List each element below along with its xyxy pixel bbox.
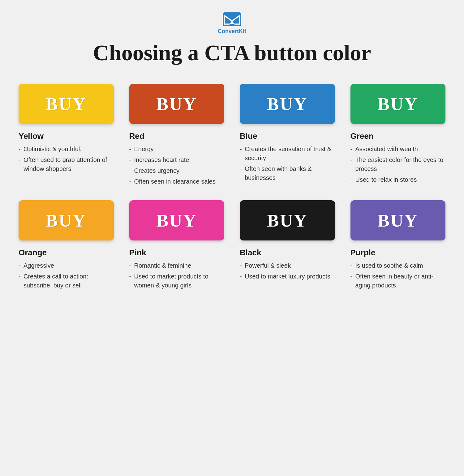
color-name-blue: Blue xyxy=(240,131,335,141)
page-title: Choosing a CTA button color xyxy=(93,41,371,65)
list-item: Creates urgency xyxy=(129,166,225,175)
color-traits-pink: Romantic & feminineUsed to market produc… xyxy=(129,261,225,292)
color-card-blue: BUYBlueCreates the sensation of trust & … xyxy=(240,84,335,188)
list-item: Often seen in clearance sales xyxy=(129,177,225,186)
color-name-red: Red xyxy=(129,131,225,141)
color-name-orange: Orange xyxy=(19,248,114,257)
list-item: Powerful & sleek xyxy=(240,261,335,270)
list-item: Often seen in beauty or anti-aging produ… xyxy=(350,272,446,290)
list-item: Romantic & feminine xyxy=(129,261,225,270)
list-item: Optimistic & youthful. xyxy=(19,145,114,154)
list-item: Increases heart rate xyxy=(129,155,225,164)
buy-button-black[interactable]: BUY xyxy=(240,200,335,240)
color-card-purple: BUYPurpleIs used to soothe & calmOften s… xyxy=(350,200,446,292)
list-item: Used to market luxury products xyxy=(240,272,335,281)
list-item: Creates a call to action: subscribe, buy… xyxy=(19,272,114,290)
logo-area: ConvertKit xyxy=(218,12,246,35)
color-traits-green: Associated with wealthThe easiest color … xyxy=(350,145,446,186)
color-card-green: BUYGreenAssociated with wealthThe easies… xyxy=(350,84,446,188)
buy-button-red[interactable]: BUY xyxy=(129,84,225,124)
buy-button-green[interactable]: BUY xyxy=(350,84,446,124)
color-name-yellow: Yellow xyxy=(19,131,114,141)
buy-button-blue[interactable]: BUY xyxy=(240,84,335,124)
buy-label-orange: BUY xyxy=(46,210,86,231)
list-item: Aggressive xyxy=(19,261,114,270)
color-card-orange: BUYOrangeAggressiveCreates a call to act… xyxy=(19,200,114,292)
list-item: Often seen with banks & businesses xyxy=(240,164,335,182)
color-traits-orange: AggressiveCreates a call to action: subs… xyxy=(19,261,114,292)
buy-button-yellow[interactable]: BUY xyxy=(19,84,114,124)
color-name-black: Black xyxy=(240,248,335,257)
list-item: Used to market products to women & young… xyxy=(129,272,225,290)
color-name-purple: Purple xyxy=(350,248,446,257)
color-traits-yellow: Optimistic & youthful.Often used to grab… xyxy=(19,145,114,175)
color-card-black: BUYBlackPowerful & sleekUsed to market l… xyxy=(240,200,335,292)
color-card-pink: BUYPinkRomantic & feminineUsed to market… xyxy=(129,200,225,292)
buy-button-orange[interactable]: BUY xyxy=(19,200,114,240)
list-item: Is used to soothe & calm xyxy=(350,261,446,270)
list-item: Often used to grab attention of window s… xyxy=(19,155,114,173)
color-card-red: BUYRedEnergyIncreases heart rateCreates … xyxy=(129,84,225,188)
buy-label-black: BUY xyxy=(267,210,307,231)
list-item: Used to relax in stores xyxy=(350,175,446,184)
buy-label-blue: BUY xyxy=(267,94,307,114)
buy-label-yellow: BUY xyxy=(46,94,86,114)
list-item: Energy xyxy=(129,145,225,154)
color-traits-red: EnergyIncreases heart rateCreates urgenc… xyxy=(129,145,225,188)
convertkit-logo-icon xyxy=(223,12,241,26)
color-name-pink: Pink xyxy=(129,248,225,257)
logo-text: ConvertKit xyxy=(218,28,246,35)
color-card-yellow: BUYYellowOptimistic & youthful.Often use… xyxy=(19,84,114,188)
buy-label-purple: BUY xyxy=(378,210,418,231)
buy-label-green: BUY xyxy=(378,94,418,114)
buy-button-purple[interactable]: BUY xyxy=(350,200,446,240)
color-grid: BUYYellowOptimistic & youthful.Often use… xyxy=(19,84,445,292)
color-name-green: Green xyxy=(350,131,446,141)
buy-button-pink[interactable]: BUY xyxy=(129,200,225,240)
list-item: Associated with wealth xyxy=(350,145,446,154)
list-item: The easiest color for the eyes to proces… xyxy=(350,155,446,173)
color-traits-purple: Is used to soothe & calmOften seen in be… xyxy=(350,261,446,292)
color-traits-blue: Creates the sensation of trust & securit… xyxy=(240,145,335,184)
buy-label-pink: BUY xyxy=(157,210,197,231)
color-traits-black: Powerful & sleekUsed to market luxury pr… xyxy=(240,261,335,283)
list-item: Creates the sensation of trust & securit… xyxy=(240,145,335,163)
buy-label-red: BUY xyxy=(157,94,197,114)
